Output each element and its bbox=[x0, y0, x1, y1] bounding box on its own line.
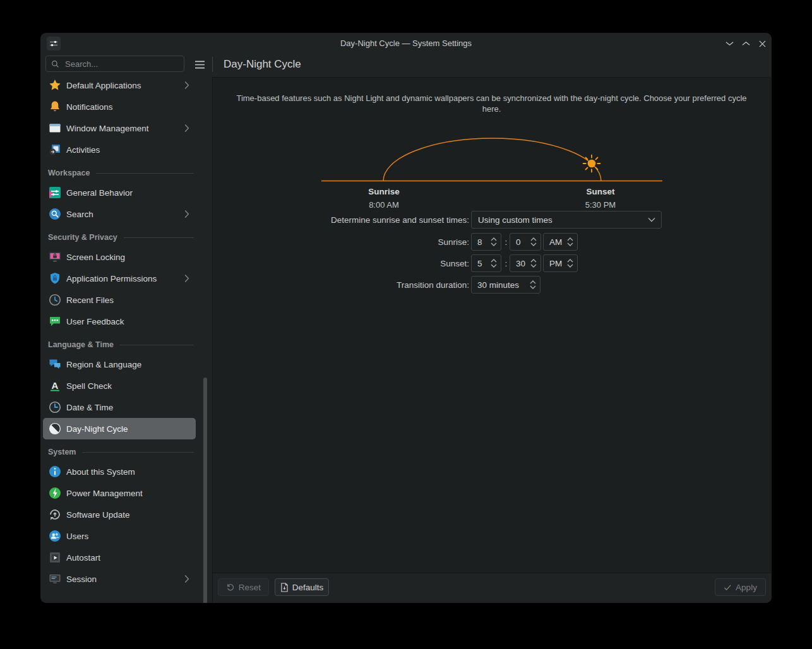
sidebar-item-label: Spell Check bbox=[66, 381, 112, 391]
spinner-arrows-icon[interactable] bbox=[563, 258, 574, 269]
sidebar-item-label: Recent Files bbox=[66, 295, 114, 305]
sidebar-item-screen-locking[interactable]: Screen Locking bbox=[43, 246, 196, 268]
chevron-down-icon bbox=[648, 217, 655, 222]
chevron-right-icon bbox=[184, 274, 189, 283]
sidebar-item-label: Date & Time bbox=[66, 403, 113, 412]
spinner-arrows-icon[interactable] bbox=[563, 236, 574, 247]
sidebar-item-about-this-system[interactable]: About this System bbox=[43, 461, 196, 482]
defaults-icon bbox=[280, 583, 289, 592]
section-header-label: System bbox=[48, 448, 76, 456]
sunrise-minute-value: 0 bbox=[516, 237, 521, 247]
search-box[interactable] bbox=[45, 56, 184, 72]
sidebar-item-power-management[interactable]: Power Management bbox=[43, 482, 196, 504]
sidebar-scrollbar[interactable] bbox=[203, 378, 207, 603]
transition-duration-spinbox[interactable]: 30 minutes bbox=[471, 276, 540, 294]
sidebar-item-date-time[interactable]: Date & Time bbox=[43, 396, 196, 418]
info-icon bbox=[48, 465, 62, 479]
sidebar-item-label: User Feedback bbox=[66, 317, 124, 326]
sunrise-ampm-spinbox[interactable]: AM bbox=[543, 233, 578, 251]
sidebar-item-label: Power Management bbox=[66, 489, 143, 498]
sidebar-item-activities[interactable]: Activities bbox=[43, 139, 196, 160]
sidebar-item-label: Activities bbox=[66, 145, 100, 155]
time-colon: : bbox=[505, 259, 508, 268]
day-night-icon bbox=[48, 422, 62, 436]
sidebar-item-user-feedback[interactable]: User Feedback bbox=[43, 311, 196, 332]
power-icon bbox=[48, 486, 62, 500]
apply-button-label: Apply bbox=[736, 583, 757, 592]
sidebar-item-label: About this System bbox=[66, 467, 135, 477]
sidebar-item-region-language[interactable]: Region & Language bbox=[43, 354, 196, 375]
sidebar-item-recent-files[interactable]: Recent Files bbox=[43, 289, 196, 311]
sidebar-item-label: Software Update bbox=[66, 510, 130, 520]
search-input[interactable] bbox=[64, 59, 179, 69]
spinner-arrows-icon[interactable] bbox=[487, 236, 498, 247]
section-header-label: Workspace bbox=[48, 169, 90, 177]
sidebar-item-autostart[interactable]: Autostart bbox=[43, 547, 196, 568]
sunset-label: Sunset bbox=[537, 187, 664, 196]
hamburger-menu-icon[interactable] bbox=[191, 58, 208, 71]
chevron-right-icon bbox=[184, 575, 189, 583]
transition-label: Transition duration: bbox=[213, 280, 469, 290]
window-icon bbox=[48, 121, 62, 135]
mode-dropdown[interactable]: Using custom times bbox=[471, 211, 662, 229]
sunset-minute-spinbox[interactable]: 30 bbox=[510, 254, 541, 272]
footer-bar: Reset Defaults Apply bbox=[212, 573, 772, 603]
sidebar-item-session[interactable]: Session bbox=[43, 568, 196, 590]
sunrise-hour-value: 8 bbox=[477, 237, 482, 247]
sidebar-item-software-update[interactable]: Software Update bbox=[43, 504, 196, 525]
star-icon bbox=[48, 78, 62, 92]
sidebar-item-day-night-cycle[interactable]: Day-Night Cycle bbox=[43, 418, 196, 439]
close-icon[interactable] bbox=[757, 39, 767, 49]
sunrise-label: Sunrise bbox=[321, 187, 447, 196]
sunset-minute-value: 30 bbox=[516, 259, 525, 268]
sunrise-hour-spinbox[interactable]: 8 bbox=[471, 233, 501, 251]
sidebar-item-label: Application Permissions bbox=[66, 274, 157, 283]
clock-blue-icon bbox=[48, 400, 62, 414]
titlebar[interactable]: Day-Night Cycle — System Settings bbox=[40, 33, 772, 54]
activities-icon bbox=[48, 143, 62, 157]
apply-button[interactable]: Apply bbox=[715, 578, 766, 596]
sidebar-item-window-management[interactable]: Window Management bbox=[43, 117, 196, 139]
apply-check-icon bbox=[724, 584, 732, 591]
sidebar-item-users[interactable]: Users bbox=[43, 525, 196, 547]
sidebar-item-label: Session bbox=[66, 575, 97, 584]
spinner-arrows-icon[interactable] bbox=[526, 279, 537, 290]
spinner-arrows-icon[interactable] bbox=[487, 258, 498, 269]
sidebar-item-application-permissions[interactable]: Application Permissions bbox=[43, 268, 196, 289]
sunset-ampm-spinbox[interactable]: PM bbox=[543, 254, 578, 272]
sunrise-minute-spinbox[interactable]: 0 bbox=[510, 233, 541, 251]
page-description: Time-based features such as Night Light … bbox=[227, 93, 756, 114]
defaults-button[interactable]: Defaults bbox=[275, 578, 329, 596]
sidebar-item-spell-check[interactable]: ASpell Check bbox=[43, 375, 196, 396]
section-header-line bbox=[124, 237, 194, 238]
minimize-icon[interactable] bbox=[724, 39, 734, 49]
reset-button[interactable]: Reset bbox=[218, 578, 269, 596]
sidebar-item-default-applications[interactable]: Default Applications bbox=[43, 74, 196, 96]
transition-value: 30 minutes bbox=[477, 280, 519, 290]
sunset-hour-spinbox[interactable]: 5 bbox=[471, 254, 501, 272]
sidebar-list: Default ApplicationsNotificationsWindow … bbox=[40, 74, 212, 603]
sunset-hour-value: 5 bbox=[477, 259, 482, 268]
sunrise-time: 8:00 AM bbox=[321, 200, 447, 210]
page-title: Day-Night Cycle bbox=[224, 57, 301, 72]
section-header-line bbox=[96, 173, 194, 174]
sidebar-item-label: Screen Locking bbox=[66, 253, 125, 262]
clock-icon bbox=[48, 293, 62, 307]
sidebar-section-header-workspace: Workspace bbox=[48, 164, 194, 182]
window-title: Day-Night Cycle — System Settings bbox=[116, 33, 696, 54]
mode-dropdown-value: Using custom times bbox=[478, 215, 648, 225]
sidebar-section-header-security-privacy: Security & Privacy bbox=[48, 229, 194, 246]
sunrise-form-label: Sunrise: bbox=[213, 237, 469, 247]
sidebar-item-general-behavior[interactable]: General Behavior bbox=[43, 182, 196, 203]
sunrise-ampm-value: AM bbox=[549, 237, 562, 247]
update-icon bbox=[48, 508, 62, 521]
sidebar-section-header-system: System bbox=[48, 443, 194, 461]
sidebar-item-label: Search bbox=[66, 210, 93, 219]
spinner-arrows-icon[interactable] bbox=[527, 258, 537, 269]
spinner-arrows-icon[interactable] bbox=[527, 236, 537, 247]
sidebar-item-search[interactable]: Search bbox=[43, 203, 196, 225]
sidebar-item-notifications[interactable]: Notifications bbox=[43, 96, 196, 117]
mode-label: Determine sunrise and sunset times: bbox=[213, 215, 469, 225]
maximize-icon[interactable] bbox=[741, 39, 751, 49]
system-settings-window: Day-Night Cycle — System Settings Day-Ni… bbox=[40, 33, 772, 603]
